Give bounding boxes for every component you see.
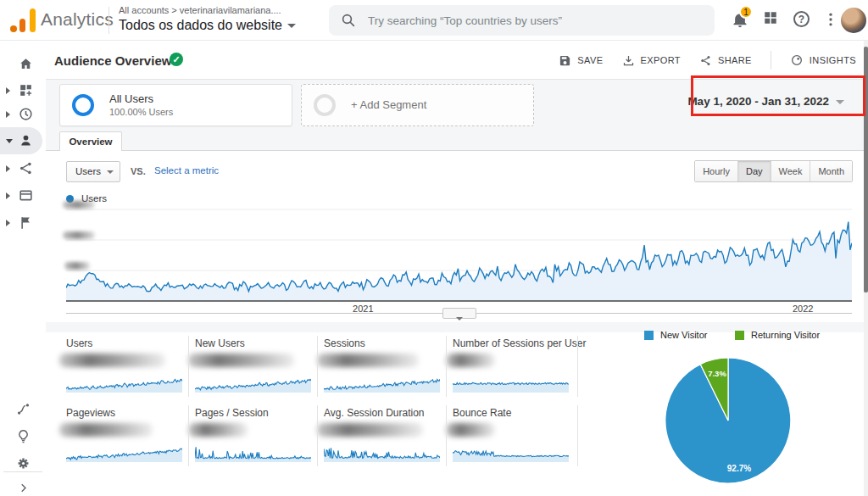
legend-square-icon: [735, 331, 744, 340]
pie-legend-new-visitor: New Visitor: [644, 330, 707, 340]
share-button[interactable]: SHARE: [699, 54, 752, 67]
report-header: Audience Overview ✓ SAVE EXPORT SHARE IN…: [46, 41, 868, 80]
page-title: Audience Overview: [54, 53, 171, 68]
column-divider: [188, 336, 189, 397]
expand-arrow-right-icon[interactable]: [6, 192, 10, 199]
metric-sparkline: [324, 373, 440, 393]
metric-sparkline: [66, 443, 182, 463]
sidebar-collapse-button[interactable]: [0, 476, 46, 496]
add-segment-button[interactable]: + Add Segment: [301, 84, 534, 126]
lightbulb-icon: [15, 428, 31, 444]
visitor-type-pie-chart[interactable]: 92.7%7.3%: [660, 353, 796, 488]
metric-sparkline: [324, 443, 440, 463]
save-icon: [559, 54, 571, 67]
search-input[interactable]: Try searching “Top countries by users”: [329, 5, 715, 36]
metric-card-pages-session[interactable]: Pages / Session: [195, 407, 322, 468]
share-icon: [699, 54, 712, 67]
chevron-right-icon: [16, 481, 31, 495]
property-selector[interactable]: Todos os dados do website: [119, 18, 296, 33]
more-options-button[interactable]: [822, 10, 843, 31]
gear-icon: [15, 455, 31, 471]
granularity-hourly-button[interactable]: Hourly: [695, 161, 737, 181]
metric-label: Sessions: [324, 337, 365, 349]
metric-card-pageviews[interactable]: Pageviews: [66, 407, 193, 468]
person-icon: [18, 132, 34, 148]
avatar[interactable]: [841, 8, 866, 33]
help-icon: ?: [793, 11, 810, 27]
metric-card-users[interactable]: Users: [66, 337, 193, 398]
metric-card-new-users[interactable]: New Users: [195, 337, 322, 398]
sidebar-item-realtime[interactable]: [0, 102, 46, 127]
sidebar-item-admin[interactable]: [0, 451, 46, 476]
notification-badge: 1: [739, 5, 753, 19]
pie-legend-returning-visitor: Returning Visitor: [735, 330, 820, 340]
granularity-month-button[interactable]: Month: [810, 161, 852, 181]
metric-card-bounce-rate[interactable]: Bounce Rate: [453, 407, 580, 468]
sidebar-item-customization[interactable]: [0, 78, 46, 103]
metric-card-number-of-sessions-per-user[interactable]: Number of Sessions per User: [453, 337, 580, 398]
timeline-expand-button[interactable]: [442, 308, 476, 319]
metric-sparkline: [66, 373, 182, 393]
apps-grid-button[interactable]: [763, 10, 783, 31]
metric-label: Pages / Session: [195, 407, 269, 419]
toolbar-divider: [771, 51, 771, 70]
sidebar-item-conversions[interactable]: [0, 210, 46, 236]
sidebar-item-acquisition[interactable]: [0, 156, 46, 181]
users-line-chart[interactable]: [66, 204, 852, 302]
save-button[interactable]: SAVE: [559, 54, 603, 67]
date-range-selector[interactable]: May 1, 2020 - Jan 31, 2022: [687, 95, 844, 108]
metric-card-avg-session-duration[interactable]: Avg. Session Duration: [324, 407, 451, 468]
blurred-metric-value: [317, 423, 423, 437]
expand-arrow-right-icon[interactable]: [6, 165, 10, 172]
granularity-control: HourlyDayWeekMonth: [694, 160, 853, 182]
export-button[interactable]: EXPORT: [622, 54, 681, 67]
insights-icon: [790, 53, 804, 67]
blurred-metric-value: [188, 354, 294, 367]
metric-card-sessions[interactable]: Sessions: [324, 337, 451, 398]
vertical-scrollbar[interactable]: [864, 41, 868, 496]
segment-ring-icon: [72, 94, 94, 116]
svg-text:92.7%: 92.7%: [727, 464, 751, 473]
scrollbar-thumb[interactable]: [864, 47, 868, 293]
chevron-down-icon: [456, 317, 463, 320]
attribution-icon: [15, 401, 31, 417]
insights-button[interactable]: INSIGHTS: [790, 53, 856, 67]
search-placeholder: Try searching “Top countries by users”: [368, 14, 562, 27]
segment-all-users[interactable]: All Users 100.00% Users: [59, 84, 292, 126]
expand-arrow-down-icon[interactable]: [6, 139, 13, 143]
expand-arrow-right-icon[interactable]: [6, 87, 10, 94]
notifications-button[interactable]: 1: [731, 10, 751, 31]
expand-arrow-right-icon[interactable]: [6, 220, 10, 226]
sidebar-item-discover[interactable]: [0, 424, 46, 449]
clock-icon: [18, 106, 34, 122]
legend-square-icon: [644, 331, 654, 340]
select-a-metric-link[interactable]: Select a metric: [154, 165, 219, 176]
metric-label: Bounce Rate: [453, 407, 511, 419]
metric-sparkline: [195, 443, 311, 463]
sidebar-divider: [3, 471, 42, 472]
segment-ring-icon: [314, 94, 336, 116]
help-button[interactable]: ?: [793, 10, 814, 31]
verified-check-icon: ✓: [170, 53, 183, 66]
analytics-logo-icon[interactable]: [10, 8, 36, 32]
metric-label: Number of Sessions per User: [453, 337, 586, 349]
column-divider: [317, 336, 318, 397]
breadcrumb[interactable]: All accounts > veterinariavilamariana...…: [119, 5, 281, 15]
chevron-down-icon: [107, 170, 114, 174]
sidebar-item-home[interactable]: [0, 52, 46, 77]
apps-grid-icon: [763, 10, 778, 25]
product-name: Analytics: [41, 9, 114, 30]
metric-label: Pageviews: [66, 407, 115, 419]
granularity-day-button[interactable]: Day: [737, 161, 771, 181]
granularity-week-button[interactable]: Week: [771, 161, 810, 181]
chevron-down-icon: [287, 24, 296, 28]
sidebar-item-behavior[interactable]: [0, 183, 46, 209]
metric-label: Users: [66, 337, 92, 349]
metric-selector-dropdown[interactable]: Users: [66, 161, 120, 182]
sidebar-item-audience[interactable]: [0, 128, 46, 153]
sidebar-item-attribution[interactable]: [0, 397, 46, 422]
blurred-metric-value: [317, 354, 419, 367]
search-icon: [341, 13, 356, 28]
tab-overview[interactable]: Overview: [59, 131, 122, 151]
expand-arrow-right-icon[interactable]: [6, 111, 10, 118]
